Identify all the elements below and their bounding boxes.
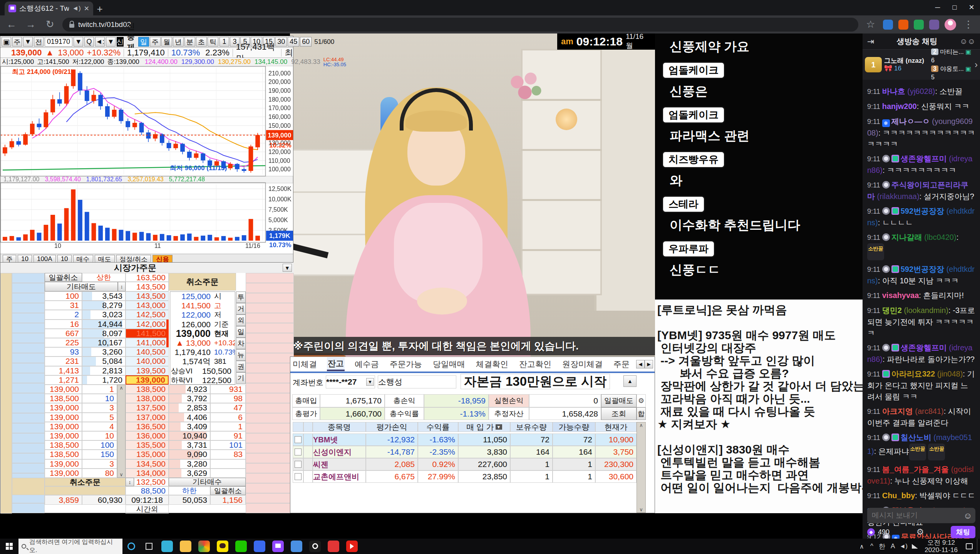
minute-tab-45[interactable]: 45 (288, 37, 299, 47)
bid-price[interactable]: 135,000 (126, 450, 169, 459)
tab-scroll-right-icon[interactable]: ▶ (645, 360, 653, 368)
column-header-평가손익[interactable]: 평가손익 (366, 422, 418, 432)
checkbox-box[interactable] (295, 436, 302, 443)
chat-emote-소반꿀[interactable]: 소반꿀 (909, 444, 926, 460)
profile-avatar[interactable] (945, 19, 956, 30)
sell-all-button[interactable]: 일괄매도 (601, 394, 637, 407)
tab-미체결[interactable]: 미체결 (292, 358, 318, 370)
back-icon[interactable]: ← (5, 18, 18, 30)
ask-price[interactable]: 140,000 (126, 357, 169, 366)
chat-username[interactable]: 생존왕헬프미 (901, 343, 947, 352)
taskbar-app-whale[interactable] (254, 541, 265, 552)
ask-price[interactable]: 140,500 (126, 347, 169, 357)
network-icon[interactable] (909, 539, 921, 554)
ask-price[interactable]: 143,000 (126, 301, 169, 310)
chat-message[interactable]: 9:11댕민2 (lookandmin): -3프로되면 늦기전에 튀자 ㅋㅋㅋ… (867, 305, 975, 339)
tab-잔고[interactable]: 잔고 (327, 357, 345, 371)
taskbar-app-youtube[interactable] (346, 541, 358, 552)
taskbar-app-twitch[interactable] (272, 541, 284, 552)
chat-message[interactable]: 9:11생존왕헬프미 (idreyan86): ㅋㅋㅋㅋㅋㅋㅋㅋㅋ (867, 153, 975, 176)
chat-username[interactable]: 봄_여름_가을_겨울 (882, 465, 949, 474)
chat-message[interactable]: 9:11봄_여름_가을_겨울 (godislove11): 누나 신풍제약 이상… (867, 464, 975, 487)
ask-price[interactable]: 142,000 (126, 320, 169, 329)
buy-spinner[interactable]: ↕ (126, 478, 134, 486)
ask-price[interactable]: 142,500 (126, 310, 169, 319)
dropdown-icon[interactable]: ▼ (74, 37, 83, 47)
bid-price[interactable]: 137,500 (126, 403, 169, 412)
address-bar[interactable]: twitch.tv/01bd02 (62, 18, 858, 32)
select-all-checkbox[interactable] (293, 422, 303, 432)
chat-username[interactable]: 아라리요322 (891, 370, 935, 378)
tray-item-한[interactable]: 한 (879, 542, 885, 551)
etc-sell-button[interactable]: 기타매도 (45, 282, 118, 291)
chat-message[interactable]: 9:11칠산노비 (maybe0511): 은제파냐소반꿀 소반꿀 (867, 432, 975, 460)
ask-price[interactable]: 139,000 (126, 375, 169, 385)
tab-close-icon[interactable]: ✕ (84, 5, 89, 13)
period-type-button[interactable]: 주 (12, 37, 22, 47)
reload-icon[interactable]: ↻ (43, 18, 57, 30)
chat-username[interactable]: Chu_bby (882, 491, 915, 500)
chat-message[interactable]: 9:11바나흐 (yj6028): 소반꿀 (867, 86, 975, 97)
cortana-icon[interactable] (122, 539, 140, 554)
bookmark-star-icon[interactable]: ☆ (864, 18, 878, 30)
window-maximize-button[interactable]: □ (946, 0, 963, 15)
chat-message[interactable]: 9:11592번공장장 (ehdtkdrns): 아직 10분 지남 ㅋㅋㅋ (867, 264, 975, 286)
orderbook-scrollbar[interactable]: ∧∨ (117, 385, 126, 478)
taskbar-app-chrome[interactable] (198, 541, 210, 552)
chat-message[interactable]: 9:11Chu_bby: 박셀뭐야 ㄷㄷㄷ (867, 490, 975, 502)
side-button-투[interactable]: 투 (236, 291, 246, 303)
query-button[interactable]: 조회 (601, 407, 637, 420)
account-gear-icon[interactable]: ⚙ (637, 394, 646, 407)
column-header-수익률[interactable]: 수익률 (418, 422, 458, 432)
tab-원장미체결[interactable]: 원장미체결 (561, 358, 603, 370)
column-header-종목명[interactable]: 종목명 (313, 422, 366, 432)
column-header-현재가[interactable]: 현재가 (595, 422, 637, 432)
row-checkbox[interactable] (293, 470, 303, 483)
chat-message[interactable]: 9:11주식왕이되고픈리라쿠마 (rilakkumaa): 설거지중아님? (867, 179, 975, 202)
extension-icon[interactable] (883, 20, 893, 30)
cancel-all-buy-button[interactable]: 일괄취소 (210, 486, 246, 495)
column-header-보유수량[interactable]: 보유수량 (510, 422, 553, 432)
browser-tab[interactable]: 소행성612 - Twitch ◄) ✕ (5, 2, 93, 15)
table-scrollbar[interactable]: ∧∨ (637, 422, 646, 513)
minute-tab-60[interactable]: 60 (300, 37, 312, 47)
minute-tab-1[interactable]: 1 (219, 37, 229, 47)
sell-spinner[interactable]: ↕ (118, 282, 126, 291)
side-button-일[interactable]: 일 (236, 326, 246, 338)
chat-username[interactable]: 바나흐 (882, 87, 905, 95)
chat-username[interactable]: 제나ㅇ—ㅇ (891, 117, 930, 126)
chat-username[interactable]: hanjw200 (882, 102, 917, 110)
chat-username[interactable]: visahyvaa (882, 291, 919, 300)
holding-name[interactable]: 교촌에프앤비 (313, 470, 366, 483)
side-button-권[interactable]: 권 (236, 361, 246, 372)
tab-당일매매[interactable]: 당일매매 (432, 358, 466, 370)
bid-price[interactable]: 134,000 (126, 469, 169, 478)
chat-message[interactable]: 9:11지나갈래 (lbc0420): 소반꿀 (867, 232, 975, 260)
period-tab-분[interactable]: 분 (184, 37, 195, 47)
chat-users-icon[interactable]: ☺☺ (960, 37, 975, 46)
chat-settings-gear-icon[interactable]: ⚙ (916, 527, 924, 537)
period-tab-주[interactable]: 주 (150, 37, 161, 47)
etc-buy-button[interactable]: 기타매수 (169, 478, 246, 486)
bid-price[interactable]: 138,000 (126, 394, 169, 403)
chat-username[interactable]: 아크지영 (882, 407, 913, 415)
chat-message[interactable]: 9:11아라리요322 (jin048): 기회가 온다고 했지만 피지컬 느려… (867, 368, 975, 402)
account-number-select[interactable]: ****-**27▼ (326, 375, 375, 388)
holding-name[interactable]: 씨젠 (313, 458, 366, 470)
chat-message[interactable]: 9:11생존왕헬프미 (idreyan86): 파란나라로 돌아가는가?? (867, 342, 975, 365)
chat-username[interactable]: 생존왕헬프미 (901, 154, 947, 163)
tab-scroll-left-icon[interactable]: ◀ (636, 360, 645, 368)
taskbar-app-files[interactable] (291, 541, 302, 552)
browser-menu-icon[interactable]: ⋮ (962, 18, 975, 30)
leaderboard-expand-icon[interactable]: › (975, 59, 978, 70)
order-title-dropdown-icon[interactable]: ▼ (283, 264, 292, 272)
new-tab-button[interactable]: + (93, 2, 106, 15)
start-button[interactable] (0, 539, 18, 554)
chat-collapse-icon[interactable]: ⇥ (867, 37, 874, 47)
side-button-차[interactable]: 차 (236, 338, 246, 349)
taskbar-app-edge[interactable] (161, 541, 173, 552)
bid-price[interactable]: 136,500 (126, 422, 169, 431)
extension-icon[interactable] (929, 20, 939, 30)
prev-stock-button[interactable]: 전 (34, 37, 44, 47)
chat-message[interactable]: 9:11❄제나ㅇ—ㅇ (young960908): ㅋㅋㅋㅋㅋㅋㅋㅋㅋㅋㅋㅋㅋㅋ… (867, 116, 975, 150)
